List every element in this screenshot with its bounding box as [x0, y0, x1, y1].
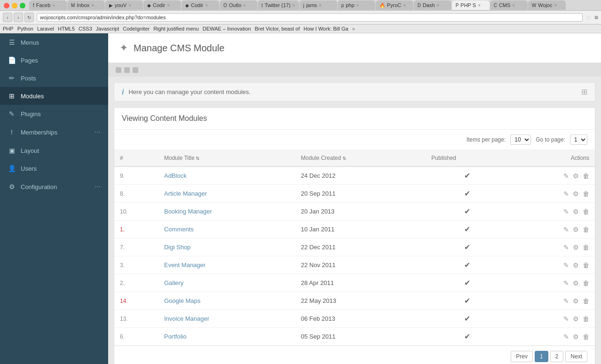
edit-button[interactable]: ✎ [563, 279, 569, 287]
settings-button[interactable]: ⚙ [573, 244, 579, 251]
sidebar-item-memberships[interactable]: !Memberships··· [0, 123, 108, 142]
edit-button[interactable]: ✎ [563, 261, 569, 269]
browser-tab[interactable]: 🔥PyroC× [376, 0, 413, 10]
settings-button[interactable]: ⚙ [573, 333, 579, 340]
back-button[interactable]: ‹ [3, 13, 12, 22]
browser-tab[interactable]: ◆Codir× [182, 0, 219, 10]
delete-button[interactable]: 🗑 [583, 172, 589, 180]
browser-tab[interactable]: OOutlo× [220, 0, 257, 10]
browser-tab[interactable]: WWojoc× [528, 0, 566, 10]
col-module-title[interactable]: Module Title [158, 150, 295, 166]
info-close-button[interactable]: ⊞ [581, 87, 587, 96]
browser-tab[interactable]: fFaceb× [29, 0, 67, 10]
edit-button[interactable]: ✎ [563, 315, 569, 323]
delete-button[interactable]: 🗑 [583, 190, 589, 198]
page-number-button[interactable]: 2 [550, 351, 564, 362]
module-link[interactable]: Portfolio [164, 333, 187, 340]
tab-close-button[interactable]: × [356, 3, 359, 8]
traffic-light-close[interactable] [4, 3, 9, 8]
tab-close-button[interactable]: × [512, 3, 515, 8]
sidebar-item-posts[interactable]: ✏Posts [0, 69, 108, 87]
sidebar-item-users[interactable]: 👤Users [0, 159, 108, 177]
settings-button[interactable]: ⚙ [573, 208, 579, 215]
edit-button[interactable]: ✎ [563, 172, 569, 180]
bookmark-item[interactable]: CodeIgniter [123, 26, 150, 32]
address-input[interactable] [37, 13, 583, 22]
tab-close-button[interactable]: × [52, 3, 55, 8]
delete-button[interactable]: 🗑 [583, 279, 589, 287]
delete-button[interactable]: 🗑 [583, 315, 589, 323]
module-link[interactable]: Invoice Manager [164, 315, 209, 322]
tab-close-button[interactable]: × [554, 3, 557, 8]
delete-button[interactable]: 🗑 [583, 297, 589, 305]
edit-button[interactable]: ✎ [563, 297, 569, 305]
browser-tab[interactable]: ▶youV× [105, 0, 143, 10]
items-per-page-select[interactable]: 10 25 50 [510, 135, 531, 145]
edit-button[interactable]: ✎ [563, 190, 569, 198]
tab-close-button[interactable]: × [91, 3, 94, 8]
tab-close-button[interactable]: × [293, 3, 295, 8]
delete-button[interactable]: 🗑 [583, 244, 589, 251]
edit-button[interactable]: ✎ [563, 333, 569, 340]
module-link[interactable]: Booking Manager [164, 208, 212, 215]
refresh-button[interactable]: ↻ [24, 13, 34, 22]
bookmark-item[interactable]: Right justified menu [153, 26, 199, 32]
browser-tab[interactable]: tTwitter (17)× [258, 0, 299, 10]
tab-close-button[interactable]: × [128, 3, 131, 8]
sidebar-item-modules[interactable]: ⊞Modules [0, 87, 108, 105]
browser-tab[interactable]: ◆Codir× [143, 0, 181, 10]
browser-menu[interactable]: ≡ [594, 14, 598, 21]
delete-button[interactable]: 🗑 [583, 226, 589, 233]
sidebar-item-layout[interactable]: ▣Layout [0, 142, 108, 159]
sidebar-item-pages[interactable]: 📄Pages [0, 51, 108, 69]
edit-button[interactable]: ✎ [563, 244, 569, 251]
forward-button[interactable]: › [14, 13, 23, 22]
next-page-button[interactable]: Next [565, 351, 587, 362]
bookmarks-more[interactable]: » [352, 26, 355, 32]
bookmark-item[interactable]: Laravel [37, 26, 54, 32]
tab-close-button[interactable]: × [167, 3, 170, 8]
sidebar-item-configuration[interactable]: ⚙Configuration··· [0, 177, 108, 196]
browser-tab[interactable]: pphp× [338, 0, 375, 10]
edit-button[interactable]: ✎ [563, 226, 569, 233]
prev-page-button[interactable]: Prev [511, 351, 533, 362]
settings-button[interactable]: ⚙ [573, 190, 579, 198]
sidebar-item-dots[interactable]: ··· [95, 182, 101, 191]
col-module-created[interactable]: Module Created [295, 150, 426, 166]
bookmark-item[interactable]: Bret Victor, beast of [255, 26, 300, 32]
settings-button[interactable]: ⚙ [573, 172, 579, 180]
traffic-light-minimize[interactable] [12, 3, 17, 8]
delete-button[interactable]: 🗑 [583, 261, 589, 269]
edit-button[interactable]: ✎ [563, 208, 569, 215]
tab-close-button[interactable]: × [437, 3, 440, 8]
module-link[interactable]: AdBlock [164, 172, 187, 179]
browser-tab[interactable]: jjams× [300, 0, 337, 10]
sidebar-item-dots[interactable]: ··· [95, 128, 101, 136]
tab-close-button[interactable]: × [243, 3, 246, 8]
module-link[interactable]: Event Manager [164, 261, 206, 269]
tab-close-button[interactable]: × [403, 3, 406, 8]
bookmark-item[interactable]: PHP [3, 26, 14, 32]
browser-tab[interactable]: CCMS× [490, 0, 528, 10]
module-link[interactable]: Comments [164, 226, 194, 233]
delete-button[interactable]: 🗑 [583, 208, 589, 215]
bookmark-item[interactable]: Python [17, 26, 33, 32]
delete-button[interactable]: 🗑 [583, 333, 589, 340]
tab-close-button[interactable]: × [478, 3, 481, 8]
browser-tab[interactable]: MInbox× [67, 0, 105, 10]
settings-button[interactable]: ⚙ [573, 261, 579, 269]
tab-close-button[interactable]: × [205, 3, 208, 8]
go-to-page-select[interactable]: 1 2 [570, 135, 587, 145]
bookmark-item[interactable]: DEWAE – Innovation [203, 26, 251, 32]
page-number-button[interactable]: 1 [535, 351, 548, 362]
bookmark-item[interactable]: How I Work: Bill Ga [304, 26, 348, 32]
bookmark-item[interactable]: CSS3 [79, 26, 92, 32]
bookmark-item[interactable]: Javascript [96, 26, 119, 32]
sidebar-item-plugins[interactable]: ✎Plugins [0, 105, 108, 123]
settings-button[interactable]: ⚙ [573, 279, 579, 287]
settings-button[interactable]: ⚙ [573, 226, 579, 233]
browser-tab[interactable]: DDash× [414, 0, 451, 10]
traffic-light-maximize[interactable] [20, 3, 25, 8]
module-link[interactable]: Gallery [164, 279, 183, 286]
module-link[interactable]: Article Manager [164, 190, 207, 197]
